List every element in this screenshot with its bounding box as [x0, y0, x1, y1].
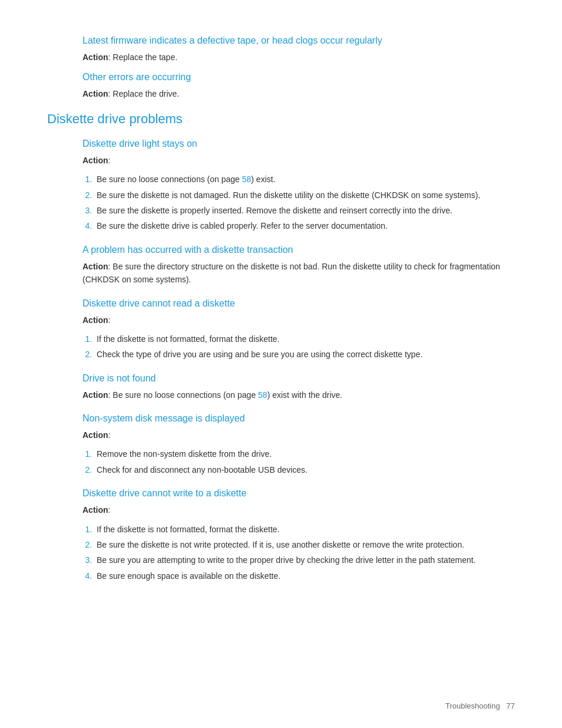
problem-transaction-heading: A problem has occurred with a diskette t…: [82, 245, 515, 255]
cannot-read-action-label: Action:: [82, 314, 515, 327]
page-link-58-2[interactable]: 58: [258, 390, 267, 400]
non-system-disk-list: Remove the non-system diskette from the …: [94, 447, 515, 476]
action-label-8: Action: [82, 505, 108, 515]
list-item: Check the type of drive you are using an…: [94, 348, 515, 361]
drive-not-found-post: ) exist with the drive.: [267, 390, 343, 400]
page-footer: Troubleshooting 77: [445, 701, 515, 710]
list-item: Be sure the diskette drive is cabled pro…: [94, 219, 515, 232]
drive-not-found-heading: Drive is not found: [82, 373, 515, 384]
cannot-read-list: If the diskette is not formatted, format…: [94, 332, 515, 361]
list-item: Be sure you are attempting to write to t…: [94, 554, 515, 566]
other-errors-heading: Other errors are occurring: [82, 72, 515, 83]
footer-text: Troubleshooting: [445, 701, 500, 710]
list-item: Be sure the diskette is not damaged. Run…: [94, 189, 515, 202]
problem-transaction-action: Action: Be sure the directory structure …: [82, 260, 515, 286]
action-label-4: Action: [82, 262, 108, 271]
action-label-3: Action: [82, 156, 108, 165]
action-text-2: : Replace the drive.: [108, 89, 180, 98]
list-item: Be sure no loose connections (on page 58…: [94, 173, 515, 186]
latest-firmware-heading: Latest firmware indicates a defective ta…: [82, 35, 515, 46]
action-label-7: Action: [82, 430, 108, 440]
non-system-disk-action-label: Action:: [82, 429, 515, 442]
list-item: Be sure the diskette is not write protec…: [94, 538, 515, 551]
light-stays-on-heading: Diskette drive light stays on: [82, 139, 515, 149]
cannot-read-heading: Diskette drive cannot read a diskette: [82, 298, 515, 309]
footer-page-number: 77: [507, 701, 515, 710]
cannot-write-action-label: Action:: [82, 503, 515, 516]
light-stays-on-list: Be sure no loose connections (on page 58…: [94, 173, 515, 233]
list-item: Be sure enough space is available on the…: [94, 569, 515, 582]
page-link-58-1[interactable]: 58: [242, 174, 252, 184]
action-label-2: Action: [82, 89, 108, 98]
list-item: Check for and disconnect any non-bootabl…: [94, 463, 515, 476]
cannot-write-heading: Diskette drive cannot write to a diskett…: [82, 488, 515, 499]
non-system-disk-heading: Non-system disk message is displayed: [82, 413, 515, 424]
light-stays-on-action-label: Action:: [82, 154, 515, 167]
cannot-write-list: If the diskette is not formatted, format…: [94, 523, 515, 583]
drive-not-found-action: Action: Be sure no loose connections (on…: [82, 388, 515, 401]
list-item: If the diskette is not formatted, format…: [94, 332, 515, 345]
list-item: If the diskette is not formatted, format…: [94, 523, 515, 536]
drive-not-found-pre: : Be sure no loose connections (on page: [108, 390, 259, 400]
action-label-6: Action: [82, 390, 108, 400]
action-text-4: : Be sure the directory structure on the…: [82, 262, 500, 284]
latest-firmware-action: Action: Replace the tape.: [82, 51, 515, 64]
list-item: Be sure the diskette is properly inserte…: [94, 204, 515, 217]
list-item: Remove the non-system diskette from the …: [94, 447, 515, 460]
other-errors-action: Action: Replace the drive.: [82, 87, 515, 100]
diskette-drive-problems-heading: Diskette drive problems: [47, 111, 515, 127]
action-label-5: Action: [82, 315, 108, 325]
action-label: Action: [82, 52, 108, 62]
action-text: : Replace the tape.: [108, 52, 178, 62]
